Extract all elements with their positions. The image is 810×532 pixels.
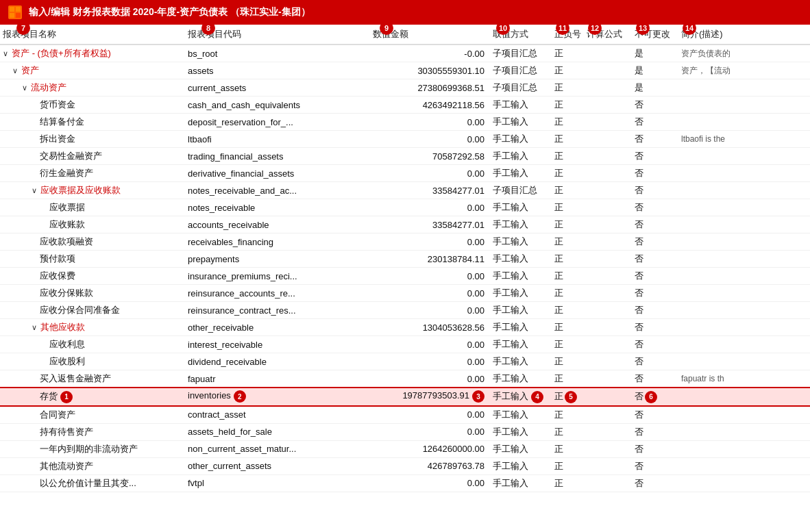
cell-sign: 正5 <box>552 388 584 406</box>
cell-formula <box>584 165 632 182</box>
cell-value: 0.00 <box>370 199 490 216</box>
cell-desc <box>678 165 810 182</box>
table-row[interactable]: ∨ 资产 - (负债+所有者权益)bs_root-0.00子项目汇总正是资产负债… <box>0 45 810 62</box>
expand-icon[interactable]: ∨ <box>22 84 29 92</box>
cell-formula <box>584 336 632 353</box>
cell-value: 230138784.11 <box>370 251 490 268</box>
cell-locked: 否 <box>632 370 678 388</box>
cell-name: 应收股利 <box>0 353 185 370</box>
cell-value: 0.00 <box>370 131 490 148</box>
cell-name: ∨ 资产 - (负债+所有者权益) <box>0 45 185 62</box>
cell-name: 持有待售资产 <box>0 423 185 440</box>
table-row[interactable]: 应收款项融资receivables_financing0.00手工输入正否 <box>0 233 810 251</box>
table-row[interactable]: 以公允价值计量且其变...fvtpl0.00手工输入正否 <box>0 474 810 492</box>
cell-value: 0.00 <box>370 233 490 251</box>
row-name-label: 资产 <box>21 65 39 75</box>
cell-code: trading_financial_assets <box>185 148 370 165</box>
table-row[interactable]: ∨ 资产assets30305559301.10子项目汇总正是资产，【流动 <box>0 62 810 79</box>
cell-name: ∨ 流动资产 <box>0 79 185 97</box>
table-row[interactable]: ∨ 应收票据及应收账款notes_receivable_and_ac...335… <box>0 182 810 199</box>
table-row[interactable]: 应收票据notes_receivable0.00手工输入正否 <box>0 199 810 216</box>
cell-method: 手工输入 <box>490 457 552 474</box>
table-row[interactable]: 存货1inventories219787793503.913手工输入4正5否6 <box>0 388 810 406</box>
table-row[interactable]: 买入返售金融资产fapuatr0.00手工输入正否fapuatr is th <box>0 370 810 388</box>
table-header-row: 7 报表项目名称 8 报表项目代码 9 数值金额 10 取值方式 <box>0 25 810 45</box>
table-row[interactable]: 合同资产contract_asset0.00手工输入正否 <box>0 406 810 424</box>
svg-rect-0 <box>10 7 14 12</box>
table-row[interactable]: 货币资金cash_and_cash_equivalents4263492118.… <box>0 97 810 114</box>
table-row[interactable]: 结算备付金deposit_reservation_for_...0.00手工输入… <box>0 114 810 131</box>
table-row[interactable]: 衍生金融资产derivative_financial_assets0.00手工输… <box>0 165 810 182</box>
cell-desc <box>678 440 810 457</box>
table-row[interactable]: 应收分保账款reinsurance_accounts_re...0.00手工输入… <box>0 285 810 302</box>
cell-value: -0.00 <box>370 45 490 62</box>
cell-desc <box>678 423 810 440</box>
row-name-label: 应收分保账款 <box>40 288 93 298</box>
cell-value: 0.00 <box>370 336 490 353</box>
table-row[interactable]: 交易性金融资产trading_financial_assets70587292.… <box>0 148 810 165</box>
cell-name: 应收分保合同准备金 <box>0 302 185 319</box>
cell-code: deposit_reservation_for_... <box>185 114 370 131</box>
cell-locked: 否 <box>632 148 678 165</box>
col-header-name: 7 报表项目名称 <box>0 25 185 45</box>
cell-locked: 否 <box>632 474 678 492</box>
cell-code: fvtpl <box>185 474 370 492</box>
cell-locked: 否 <box>632 199 678 216</box>
cell-value: 33584277.01 <box>370 216 490 233</box>
row-name-label: 流动资产 <box>31 82 66 92</box>
cell-locked: 是 <box>632 45 678 62</box>
table-row[interactable]: 应收利息interest_receivable0.00手工输入正否 <box>0 336 810 353</box>
cell-value: 0.00 <box>370 423 490 440</box>
cell-desc <box>678 268 810 285</box>
cell-method: 手工输入 <box>490 148 552 165</box>
col-header-sign: 11 正负号 <box>552 25 584 45</box>
cell-value: 1304053628.56 <box>370 319 490 336</box>
table-row[interactable]: ∨ 流动资产current_assets27380699368.51子项目汇总正… <box>0 79 810 97</box>
row-name-label: 预付款项 <box>40 253 75 264</box>
cell-value: 19787793503.913 <box>370 388 490 406</box>
table-row[interactable]: 其他流动资产other_current_assets426789763.78手工… <box>0 457 810 474</box>
cell-name: 买入返售金融资产 <box>0 370 185 388</box>
row-badge-5: 5 <box>565 391 577 403</box>
cell-method: 手工输入 <box>490 474 552 492</box>
cell-desc <box>678 457 810 474</box>
cell-desc <box>678 388 810 406</box>
table-row[interactable]: 拆出资金ltbaofi0.00手工输入正否ltbaofi is the <box>0 131 810 148</box>
expand-icon[interactable]: ∨ <box>3 49 10 58</box>
cell-value: 0.00 <box>370 370 490 388</box>
cell-code: interest_receivable <box>185 336 370 353</box>
expand-icon[interactable]: ∨ <box>32 323 39 331</box>
cell-name: 应收账款 <box>0 216 185 233</box>
cell-locked: 否 <box>632 423 678 440</box>
cell-locked: 否 <box>632 131 678 148</box>
row-name-label: 货币资金 <box>40 99 75 110</box>
cell-code: derivative_financial_assets <box>185 165 370 182</box>
badge-10: 10 <box>496 21 510 35</box>
cell-name: 以公允价值计量且其变... <box>0 474 185 492</box>
table-row[interactable]: 应收股利dividend_receivable0.00手工输入正否 <box>0 353 810 370</box>
table-row[interactable]: ∨ 其他应收款other_receivable1304053628.56手工输入… <box>0 319 810 336</box>
cell-formula <box>584 79 632 97</box>
svg-rect-3 <box>16 13 21 18</box>
cell-method: 手工输入 <box>490 251 552 268</box>
table-row[interactable]: 预付款项prepayments230138784.11手工输入正否 <box>0 251 810 268</box>
cell-locked: 否6 <box>632 388 678 406</box>
financial-data-table: 7 报表项目名称 8 报表项目代码 9 数值金额 10 取值方式 <box>0 25 810 492</box>
table-row[interactable]: 应收账款accounts_receivable33584277.01手工输入正否 <box>0 216 810 233</box>
table-row[interactable]: 应收保费insurance_premiums_reci...0.00手工输入正否 <box>0 268 810 285</box>
cell-method: 手工输入 <box>490 319 552 336</box>
badge-9: 9 <box>380 21 393 35</box>
expand-icon[interactable]: ∨ <box>32 186 39 194</box>
cell-formula <box>584 302 632 319</box>
cell-locked: 是 <box>632 79 678 97</box>
expand-icon[interactable]: ∨ <box>12 66 20 75</box>
cell-code: reinsurance_accounts_re... <box>185 285 370 302</box>
row-badge-6: 6 <box>645 391 657 403</box>
cell-sign: 正 <box>552 370 584 388</box>
table-row[interactable]: 应收分保合同准备金reinsurance_contract_res...0.00… <box>0 302 810 319</box>
cell-value: 0.00 <box>370 268 490 285</box>
table-row[interactable]: 一年内到期的非流动资产non_current_asset_matur...126… <box>0 440 810 457</box>
table-row[interactable]: 持有待售资产assets_held_for_sale0.00手工输入正否 <box>0 423 810 440</box>
cell-method: 手工输入 <box>490 97 552 114</box>
cell-value: 426789763.78 <box>370 457 490 474</box>
